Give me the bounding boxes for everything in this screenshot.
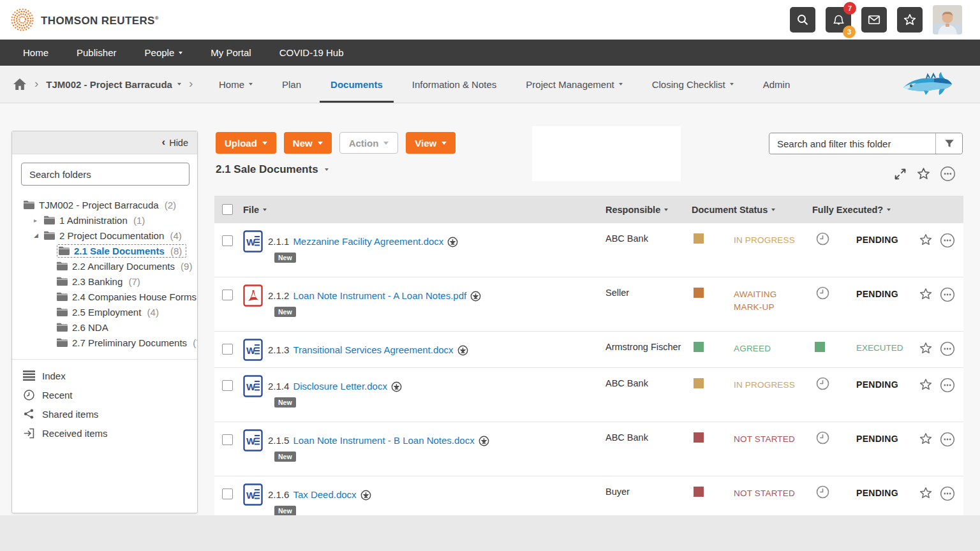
folder-tree-item[interactable]: TJM002 - Project Barracuda (2) bbox=[22, 197, 197, 212]
folder-tree-item[interactable]: ▸1 Administration (1) bbox=[22, 212, 197, 228]
row-checkbox[interactable] bbox=[222, 380, 233, 391]
sidebar-link-index[interactable]: Index bbox=[22, 366, 197, 385]
document-link[interactable]: Mezzanine Facility Agreement.docx bbox=[293, 236, 443, 247]
breadcrumb-project[interactable]: TJM002 - Project Barracuda bbox=[46, 79, 181, 90]
row-checkbox[interactable] bbox=[222, 290, 233, 300]
folder-tree-item[interactable]: 2.5 Employment (4) bbox=[22, 304, 197, 320]
hide-sidebar-button[interactable]: ‹ Hide bbox=[12, 131, 197, 154]
document-link[interactable]: Disclosure Letter.docx bbox=[293, 381, 387, 392]
folder-search-input[interactable] bbox=[21, 163, 189, 186]
row-favourite-icon[interactable] bbox=[919, 432, 933, 446]
word-file-icon[interactable]: W bbox=[243, 230, 263, 255]
download-icon[interactable] bbox=[391, 381, 402, 392]
view-button[interactable]: View bbox=[406, 132, 456, 154]
nav-item-label: My Portal bbox=[211, 47, 251, 58]
select-all-checkbox[interactable] bbox=[222, 204, 233, 215]
row-favourite-icon[interactable] bbox=[919, 486, 933, 500]
document-link[interactable]: Tax Deed.docx bbox=[293, 489, 356, 500]
tree-collapsed-icon[interactable]: ▸ bbox=[34, 217, 44, 224]
folder-tree-item[interactable]: 2.4 Companies House Forms (6) bbox=[22, 289, 197, 304]
tab-project-management[interactable]: Project Management bbox=[511, 66, 637, 103]
favourites-button[interactable] bbox=[897, 7, 923, 33]
row-more-icon[interactable] bbox=[940, 486, 955, 501]
document-link[interactable]: Loan Note Instrument - B Loan Notes.docx bbox=[293, 435, 474, 446]
row-checkbox[interactable] bbox=[222, 344, 233, 355]
folder-tree-item[interactable]: ◢2 Project Documentation (4) bbox=[22, 228, 197, 243]
row-more-icon[interactable] bbox=[940, 432, 955, 447]
folder-filter-input[interactable] bbox=[769, 133, 935, 154]
thomson-reuters-logo[interactable]: THOMSON REUTERS® bbox=[10, 8, 159, 34]
row-more-icon[interactable] bbox=[940, 378, 955, 393]
expand-view-icon[interactable] bbox=[893, 167, 907, 181]
folder-label: 2 Project Documentation bbox=[59, 230, 164, 241]
tab-documents[interactable]: Documents bbox=[316, 66, 397, 103]
favourite-folder-icon[interactable] bbox=[916, 166, 931, 181]
sidebar-link-recent[interactable]: Recent bbox=[22, 385, 197, 404]
sidebar-link-received-items[interactable]: Received items bbox=[22, 423, 197, 443]
sidebar-link-favourites[interactable]: Favourites bbox=[22, 443, 197, 445]
user-avatar[interactable] bbox=[933, 5, 962, 34]
tree-expanded-icon[interactable]: ◢ bbox=[34, 232, 44, 239]
breadcrumb-separator: › bbox=[34, 77, 38, 91]
folder-icon bbox=[44, 231, 55, 240]
status-swatch bbox=[694, 487, 704, 497]
action-button[interactable]: Action bbox=[339, 132, 399, 154]
row-favourite-icon[interactable] bbox=[919, 378, 933, 392]
tab-admin[interactable]: Admin bbox=[748, 66, 805, 103]
download-icon[interactable] bbox=[457, 345, 468, 356]
row-checkbox[interactable] bbox=[222, 235, 233, 246]
notifications-button[interactable]: 7 3 bbox=[826, 7, 851, 33]
upload-button[interactable]: Upload bbox=[216, 132, 276, 154]
row-checkbox[interactable] bbox=[222, 434, 233, 445]
row-favourite-icon[interactable] bbox=[919, 233, 933, 247]
document-link[interactable]: Loan Note Instrument - A Loan Notes.pdf bbox=[293, 290, 466, 301]
download-icon[interactable] bbox=[360, 490, 371, 501]
word-file-icon[interactable]: W bbox=[243, 375, 263, 400]
download-icon[interactable] bbox=[479, 436, 489, 446]
home-icon[interactable] bbox=[13, 78, 27, 91]
column-header-file[interactable]: File bbox=[243, 196, 267, 223]
row-more-icon[interactable] bbox=[940, 287, 955, 302]
tab-information-notes[interactable]: Information & Notes bbox=[397, 66, 512, 103]
more-options-icon[interactable] bbox=[940, 166, 956, 182]
folder-count: (1) bbox=[131, 215, 145, 226]
document-link[interactable]: Transitional Services Agreement.docx bbox=[293, 344, 453, 355]
row-favourite-icon[interactable] bbox=[919, 341, 933, 355]
nav-item-covid-19-hub[interactable]: COVID-19 Hub bbox=[279, 47, 344, 58]
column-header-responsible[interactable]: Responsible bbox=[605, 196, 668, 223]
folder-count: (7) bbox=[126, 276, 140, 287]
folder-title-dropdown[interactable]: 2.1 Sale Documents bbox=[216, 163, 329, 176]
new-badge: New bbox=[274, 253, 296, 263]
new-button[interactable]: New bbox=[284, 132, 332, 154]
sidebar-link-shared-items[interactable]: Shared items bbox=[22, 404, 197, 423]
folder-tree-item[interactable]: 2.3 Banking (7) bbox=[22, 274, 197, 289]
column-header-fully-executed[interactable]: Fully Executed? bbox=[812, 196, 891, 223]
hide-label: Hide bbox=[169, 138, 188, 148]
tab-home[interactable]: Home bbox=[204, 66, 267, 103]
global-search-button[interactable] bbox=[790, 7, 815, 33]
filter-button[interactable] bbox=[935, 133, 962, 154]
new-badge: New bbox=[274, 506, 296, 515]
row-checkbox[interactable] bbox=[222, 489, 233, 499]
tab-plan[interactable]: Plan bbox=[267, 66, 316, 103]
download-icon[interactable] bbox=[447, 237, 458, 247]
nav-item-publisher[interactable]: Publisher bbox=[77, 47, 117, 58]
pdf-file-icon[interactable] bbox=[243, 284, 263, 309]
word-file-icon[interactable]: W bbox=[243, 429, 263, 454]
word-file-icon[interactable]: W bbox=[243, 483, 263, 508]
column-header-document-status[interactable]: Document Status bbox=[692, 196, 775, 223]
folder-tree-item[interactable]: 2.1 Sale Documents (8) bbox=[22, 243, 197, 258]
row-more-icon[interactable] bbox=[940, 341, 955, 356]
tab-closing-checklist[interactable]: Closing Checklist bbox=[637, 66, 748, 103]
nav-item-people[interactable]: People bbox=[145, 47, 183, 58]
folder-tree-item[interactable]: 2.6 NDA bbox=[22, 320, 197, 335]
folder-tree-item[interactable]: 2.2 Ancillary Documents (9) bbox=[22, 258, 197, 274]
nav-item-home[interactable]: Home bbox=[23, 47, 48, 58]
word-file-icon[interactable]: W bbox=[243, 339, 263, 364]
download-icon[interactable] bbox=[470, 291, 481, 302]
messages-button[interactable] bbox=[861, 7, 887, 33]
folder-tree-item[interactable]: 2.7 Preliminary Documents (7) bbox=[22, 335, 197, 350]
row-more-icon[interactable] bbox=[940, 233, 955, 248]
row-favourite-icon[interactable] bbox=[919, 287, 933, 301]
nav-item-my-portal[interactable]: My Portal bbox=[211, 47, 251, 58]
